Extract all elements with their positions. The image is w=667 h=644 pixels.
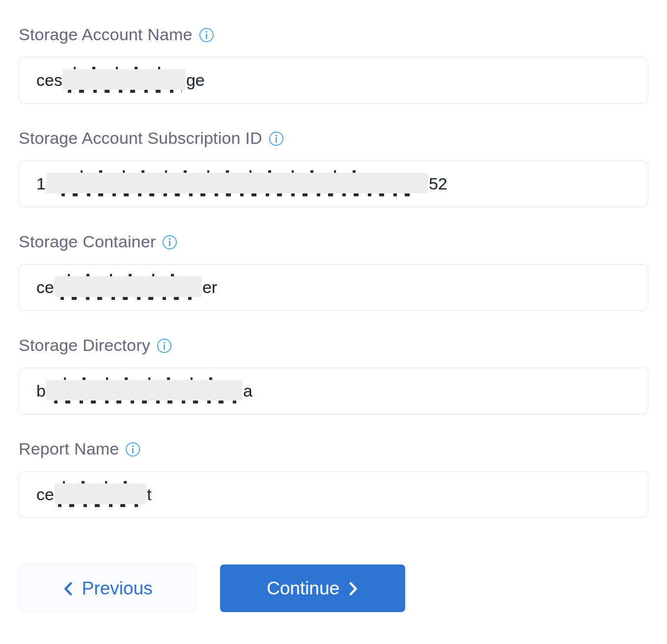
redaction-bar bbox=[55, 276, 202, 297]
field-label: Storage Directory bbox=[19, 335, 150, 355]
field-group-subscription-id: Storage Account Subscription ID 152 bbox=[19, 128, 648, 207]
input-value-prefix: ces bbox=[36, 71, 62, 90]
storage-container-input[interactable]: ceer bbox=[19, 264, 648, 311]
input-value-suffix: a bbox=[243, 381, 252, 401]
field-label: Report Name bbox=[19, 439, 119, 458]
field-group-storage-account-name: Storage Account Name cesge bbox=[19, 25, 648, 104]
input-value-prefix: b bbox=[36, 381, 46, 401]
input-value-suffix: er bbox=[202, 278, 217, 297]
wizard-nav-buttons: Previous Continue bbox=[19, 564, 648, 612]
redaction-bar bbox=[55, 483, 146, 504]
info-icon[interactable] bbox=[125, 442, 140, 457]
input-value-prefix: ce bbox=[36, 485, 54, 504]
field-group-storage-directory: Storage Directory ba bbox=[19, 335, 648, 414]
info-icon[interactable] bbox=[162, 235, 177, 250]
field-label: Storage Account Name bbox=[19, 25, 193, 44]
continue-button[interactable]: Continue bbox=[220, 564, 405, 612]
chevron-left-icon bbox=[63, 581, 73, 596]
info-icon[interactable] bbox=[269, 131, 284, 146]
redaction-bar bbox=[46, 173, 428, 193]
report-name-input[interactable]: cet bbox=[19, 471, 648, 518]
previous-button-label: Previous bbox=[82, 578, 153, 599]
storage-setup-form: Storage Account Name cesge Storage Accou… bbox=[0, 0, 667, 612]
info-icon[interactable] bbox=[157, 338, 172, 353]
input-value-prefix: ce bbox=[36, 278, 54, 297]
input-value-prefix: 1 bbox=[36, 174, 46, 193]
chevron-right-icon bbox=[348, 581, 359, 596]
redaction-bar bbox=[46, 380, 243, 401]
field-group-storage-container: Storage Container ceer bbox=[19, 232, 648, 311]
input-value-suffix: ge bbox=[186, 71, 205, 90]
redaction-bar bbox=[63, 69, 186, 90]
field-label: Storage Container bbox=[19, 232, 156, 251]
input-value-suffix: t bbox=[147, 485, 151, 504]
storage-account-name-input[interactable]: cesge bbox=[19, 57, 648, 104]
subscription-id-input[interactable]: 152 bbox=[19, 161, 648, 207]
info-icon[interactable] bbox=[199, 27, 214, 43]
field-group-report-name: Report Name cet bbox=[19, 439, 648, 518]
continue-button-label: Continue bbox=[267, 578, 339, 599]
field-label: Storage Account Subscription ID bbox=[19, 128, 262, 148]
input-value-suffix: 52 bbox=[429, 174, 447, 193]
previous-button[interactable]: Previous bbox=[19, 564, 196, 612]
storage-directory-input[interactable]: ba bbox=[19, 368, 648, 414]
